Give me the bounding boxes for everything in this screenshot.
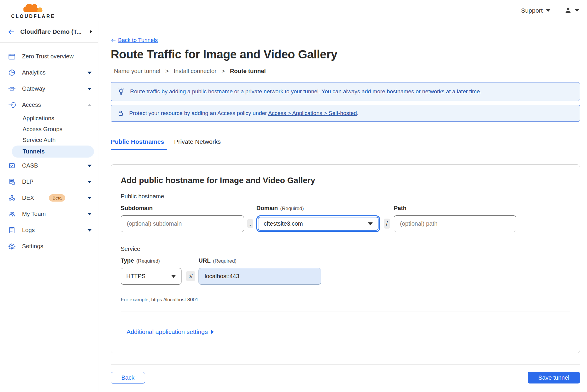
user-menu[interactable] bbox=[564, 6, 579, 14]
expand-right-icon[interactable] bbox=[90, 30, 92, 33]
step-name-your-tunnel[interactable]: Name your tunnel bbox=[114, 68, 160, 75]
chevron-down-icon bbox=[88, 197, 92, 199]
account-name: Cloudflare Demo (T... bbox=[20, 28, 85, 35]
gateway-icon bbox=[8, 85, 16, 93]
app-root: CLOUDFLARE Support Cloudflare Demo (T... bbox=[0, 0, 587, 392]
footer-divider bbox=[111, 364, 580, 365]
url-label: URL bbox=[199, 257, 211, 264]
service-type-value: HTTPS bbox=[126, 273, 146, 280]
chevron-down-icon bbox=[88, 229, 92, 232]
breadcrumb-separator: > bbox=[221, 68, 225, 75]
service-fields-row: Type(Required) HTTPS :// URL(Required) bbox=[121, 257, 570, 285]
type-label: Type bbox=[121, 257, 134, 264]
chevron-down-icon bbox=[88, 213, 92, 215]
additional-application-settings-toggle[interactable]: Additional application settings bbox=[127, 328, 214, 335]
sidebar-item-zero-trust-overview[interactable]: Zero Trust overview bbox=[0, 48, 98, 65]
url-required-hint: (Required) bbox=[213, 258, 236, 264]
service-type-select[interactable]: HTTPS bbox=[121, 268, 181, 285]
protect-banner-text: Protect your resource by adding an Acces… bbox=[129, 110, 359, 116]
support-menu[interactable]: Support bbox=[521, 7, 551, 14]
cloudflare-cloud-icon bbox=[18, 2, 48, 15]
tab-public-hostnames[interactable]: Public Hostnames bbox=[111, 138, 167, 150]
sidebar-item-dlp[interactable]: DLP bbox=[0, 174, 98, 190]
service-label: Service bbox=[121, 246, 570, 252]
domain-field: Domain(Required) cftestsite3.com bbox=[256, 205, 380, 232]
sidebar-nav: Zero Trust overview Analytics Gateway bbox=[0, 43, 98, 254]
sidebar-item-service-auth[interactable]: Service Auth bbox=[0, 135, 98, 146]
access-icon bbox=[8, 101, 16, 109]
access-applications-self-hosted-link[interactable]: Access > Applications > Self-hosted bbox=[268, 110, 357, 116]
layout: Cloudflare Demo (T... Zero Trust overvie… bbox=[0, 21, 587, 392]
domain-select-value: cftestsite3.com bbox=[264, 220, 303, 227]
step-install-connector[interactable]: Install connector bbox=[174, 68, 217, 75]
domain-label: Domain bbox=[256, 205, 278, 212]
lock-icon bbox=[117, 109, 125, 117]
hostname-fields-row: Subdomain . Domain(Required) cftestsite3… bbox=[121, 205, 570, 232]
topbar-right: Support bbox=[521, 6, 579, 14]
back-to-tunnels-link[interactable]: Back to Tunnels bbox=[111, 37, 158, 43]
slash-separator: / bbox=[384, 219, 390, 229]
back-arrow-icon[interactable] bbox=[8, 28, 15, 36]
breadcrumb-separator: > bbox=[165, 68, 169, 75]
gear-icon bbox=[8, 242, 16, 250]
public-hostname-card: Add public hostname for Image and Video … bbox=[111, 164, 580, 353]
domain-select[interactable]: cftestsite3.com bbox=[258, 217, 379, 231]
chevron-down-icon bbox=[575, 9, 579, 12]
page-title: Route Traffic for Image and Video Galler… bbox=[111, 48, 580, 61]
info-banner: Route traffic by adding a public hostnam… bbox=[111, 82, 580, 101]
chevron-down-icon bbox=[546, 9, 551, 12]
casb-icon bbox=[8, 162, 16, 170]
url-field: URL(Required) bbox=[199, 257, 321, 285]
sidebar-item-access[interactable]: Access bbox=[0, 97, 98, 113]
lightbulb-icon bbox=[117, 87, 125, 96]
sidebar-item-gateway[interactable]: Gateway bbox=[0, 81, 98, 97]
support-label: Support bbox=[521, 7, 543, 14]
sidebar-item-logs[interactable]: Logs bbox=[0, 222, 98, 238]
sidebar-item-settings[interactable]: Settings bbox=[0, 238, 98, 254]
chevron-down-icon bbox=[88, 165, 92, 167]
sidebar: Cloudflare Demo (T... Zero Trust overvie… bbox=[0, 21, 98, 392]
url-example-hint: For example, https://localhost:8001 bbox=[121, 297, 570, 303]
chevron-down-icon bbox=[368, 222, 373, 225]
tab-private-networks[interactable]: Private Networks bbox=[171, 138, 224, 150]
sidebar-item-casb[interactable]: CASB bbox=[0, 158, 98, 174]
sidebar-account-header: Cloudflare Demo (T... bbox=[0, 21, 98, 43]
overview-icon bbox=[8, 53, 16, 60]
protect-banner: Protect your resource by adding an Acces… bbox=[111, 105, 580, 122]
chevron-down-icon bbox=[88, 181, 92, 183]
path-input[interactable] bbox=[394, 215, 516, 232]
chevron-down-icon bbox=[171, 275, 176, 278]
scheme-separator: :// bbox=[186, 271, 195, 281]
back-arrow-icon bbox=[111, 38, 116, 43]
path-label: Path bbox=[394, 205, 516, 212]
domain-select-focus-ring: cftestsite3.com bbox=[256, 215, 380, 232]
dot-separator: . bbox=[247, 219, 253, 228]
subdomain-label: Subdomain bbox=[121, 205, 244, 212]
subdomain-field: Subdomain bbox=[121, 205, 244, 232]
cloudflare-logo[interactable]: CLOUDFLARE bbox=[6, 2, 60, 19]
url-input[interactable] bbox=[199, 268, 321, 285]
sidebar-item-dex[interactable]: DEX Beta bbox=[0, 190, 98, 206]
sidebar-item-my-team[interactable]: My Team bbox=[0, 206, 98, 222]
tab-bar: Public Hostnames Private Networks bbox=[111, 138, 580, 150]
cloudflare-wordmark: CLOUDFLARE bbox=[11, 14, 55, 19]
sidebar-item-applications[interactable]: Applications bbox=[0, 113, 98, 124]
path-field: Path bbox=[394, 205, 516, 232]
main-content: Back to Tunnels Route Traffic for Image … bbox=[98, 21, 587, 392]
subdomain-input[interactable] bbox=[121, 215, 244, 232]
beta-badge: Beta bbox=[49, 194, 65, 202]
sidebar-item-access-groups[interactable]: Access Groups bbox=[0, 124, 98, 135]
public-hostname-label: Public hostname bbox=[121, 193, 570, 200]
save-tunnel-button[interactable]: Save tunnel bbox=[528, 372, 580, 383]
footer-actions: Back Save tunnel bbox=[111, 372, 580, 383]
breadcrumb: Name your tunnel > Install connector > R… bbox=[114, 68, 580, 75]
back-button[interactable]: Back bbox=[111, 372, 145, 383]
card-heading: Add public hostname for Image and Video … bbox=[121, 176, 570, 185]
team-icon bbox=[8, 210, 16, 218]
chevron-down-icon bbox=[88, 88, 92, 90]
topbar: CLOUDFLARE Support bbox=[0, 0, 587, 21]
dlp-icon bbox=[8, 178, 16, 186]
chevron-down-icon bbox=[88, 72, 92, 74]
sidebar-item-tunnels[interactable]: Tunnels bbox=[12, 146, 94, 158]
sidebar-item-analytics[interactable]: Analytics bbox=[0, 65, 98, 81]
